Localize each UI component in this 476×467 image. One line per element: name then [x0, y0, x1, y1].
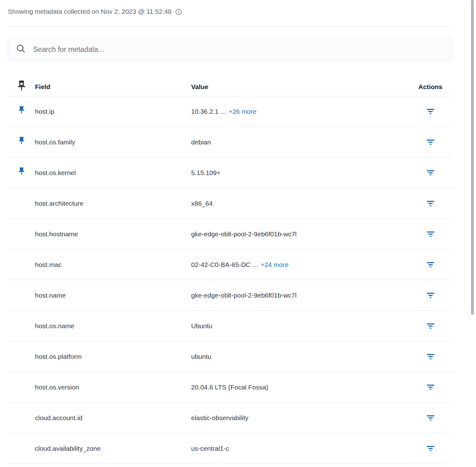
value-column-header: Value [191, 83, 409, 91]
filter-icon[interactable] [426, 414, 435, 422]
filter-icon[interactable] [426, 200, 435, 207]
expand-values-link[interactable]: +26 more [229, 108, 256, 115]
pin-icon[interactable] [17, 105, 26, 118]
filter-icon[interactable] [426, 445, 435, 452]
field-name: host.os.kernel [35, 169, 76, 176]
table-row: host.os.version 20.04.6 LTS (Focal Fossa… [8, 372, 452, 403]
field-name: host.architecture [35, 200, 83, 207]
table-body: host.ip 10.36.2.1 ...+26 more [8, 96, 452, 464]
field-name: host.os.version [35, 384, 79, 391]
filter-icon[interactable] [426, 384, 435, 391]
filter-icon[interactable] [426, 230, 435, 238]
field-name: host.os.platform [35, 353, 82, 360]
filter-icon[interactable] [426, 169, 435, 177]
table-row: host.os.family debian [8, 127, 452, 158]
table-row: host.architecture x86_64 [8, 188, 452, 219]
field-value: 5.15.109+ [191, 169, 221, 177]
field-value: x86_64 [191, 200, 213, 207]
field-name: host.os.family [35, 138, 75, 146]
field-name: host.os.name [35, 322, 74, 329]
field-value: 10.36.2.1 ... [191, 108, 226, 115]
field-value: gke-edge-oblt-pool-2-9eb6f01b-wc7l [191, 292, 296, 299]
status-row: Showing metadata collected on Nov 2, 202… [8, 0, 452, 16]
search-field [8, 38, 452, 61]
table-row: cloud.account.id elastic-observability [8, 403, 452, 433]
filter-icon[interactable] [426, 353, 435, 360]
table-row: host.os.kernel 5.15.109+ [8, 158, 452, 188]
table-row: host.hostname gke-edge-oblt-pool-2-9eb6f… [8, 219, 452, 249]
info-icon[interactable] [175, 8, 182, 15]
expand-values-link[interactable]: +24 more [261, 261, 289, 269]
actions-column-header: Actions [409, 83, 452, 91]
field-name: host.hostname [35, 230, 78, 238]
field-value: gke-edge-oblt-pool-2-9eb6f01b-wc7l [191, 230, 296, 238]
pin-column-header [8, 80, 35, 94]
filter-icon[interactable] [426, 292, 435, 299]
table-row: host.mac 02-42-C0-BA-65-DC ...+24 more [8, 249, 452, 280]
table-row: host.ip 10.36.2.1 ...+26 more [8, 96, 452, 127]
field-name: host.mac [35, 261, 62, 268]
field-value: ubuntu [191, 353, 211, 360]
filter-icon[interactable] [426, 322, 435, 330]
filter-icon[interactable] [426, 108, 435, 115]
field-value: Ubuntu [191, 322, 212, 330]
field-value: 02-42-C0-BA-65-DC ... [191, 261, 258, 269]
field-column-header: Field [35, 83, 191, 91]
divider [8, 27, 452, 27]
field-value: us-central1-c [191, 445, 229, 452]
table-row: cloud.availability_zone us-central1-c [8, 433, 452, 464]
table-row: host.name gke-edge-oblt-pool-2-9eb6f01b-… [8, 280, 452, 311]
field-value: 20.04.6 LTS (Focal Fossa) [191, 384, 268, 391]
pin-outline-icon [17, 80, 27, 94]
field-value: elastic-observability [191, 414, 248, 422]
pin-icon[interactable] [17, 167, 26, 179]
field-name: host.name [35, 292, 66, 299]
pin-icon[interactable] [17, 136, 26, 148]
field-name: host.ip [35, 108, 54, 115]
filter-icon[interactable] [426, 261, 435, 269]
search-icon [16, 44, 26, 55]
field-name: cloud.availability_zone [35, 445, 101, 452]
vertical-scrollbar-thumb[interactable] [471, 0, 474, 315]
status-text: Showing metadata collected on Nov 2, 202… [8, 8, 171, 15]
filter-icon[interactable] [426, 138, 435, 146]
metadata-table: Field Value Actions host.ip 10.36.2.1 ..… [8, 78, 452, 464]
field-name: cloud.account.id [35, 414, 82, 421]
search-input[interactable] [32, 45, 446, 54]
table-row: host.os.platform ubuntu [8, 341, 452, 372]
metadata-panel: Showing metadata collected on Nov 2, 202… [0, 0, 476, 464]
table-row: host.os.name Ubuntu [8, 311, 452, 341]
field-value: debian [191, 138, 211, 146]
table-header-row: Field Value Actions [8, 78, 452, 96]
